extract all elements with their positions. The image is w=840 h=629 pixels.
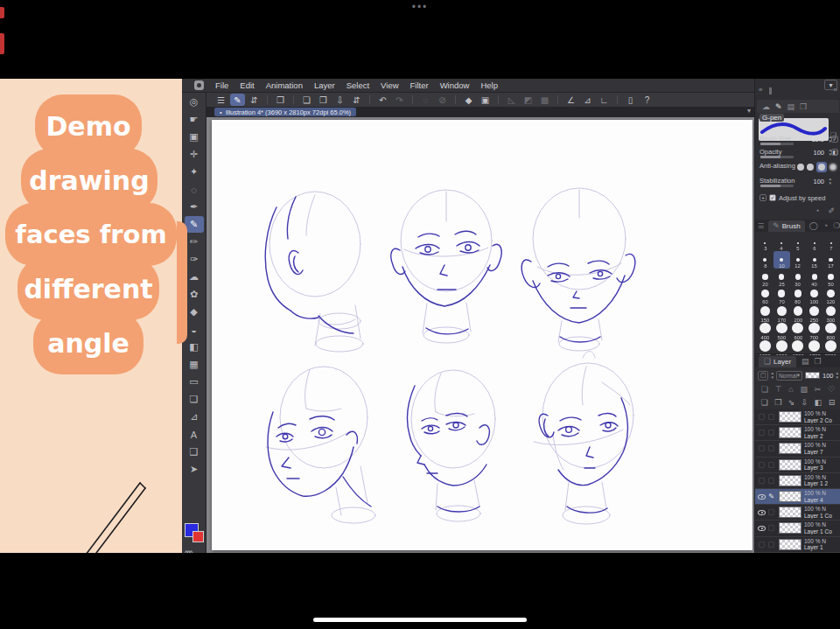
aa-strong[interactable] <box>830 164 836 171</box>
palette-stepper[interactable]: ▴▾ <box>771 371 774 380</box>
app-logo[interactable] <box>194 80 204 90</box>
menu-file[interactable]: File <box>215 80 228 90</box>
brush-size-5[interactable]: 5 <box>790 233 807 251</box>
tool-fill-bucket[interactable]: ◧ <box>185 339 204 355</box>
menu-view[interactable]: View <box>381 80 398 90</box>
workspace-button[interactable]: ❐ <box>273 94 288 106</box>
layer-row[interactable]: 100 % NLayer 1 Co <box>755 521 840 536</box>
layer-opacity-stepper[interactable]: ▴▾ <box>836 371 838 380</box>
drawing-page[interactable] <box>212 120 752 550</box>
menu-help[interactable]: Help <box>480 80 498 90</box>
visibility-slot[interactable] <box>757 475 766 486</box>
aa-none[interactable] <box>797 164 804 171</box>
brush-size-6[interactable]: 6 <box>806 233 822 251</box>
tool-frame-border[interactable]: ❏ <box>185 391 204 408</box>
menu-edit[interactable]: Edit <box>240 80 254 90</box>
brush-size-10[interactable]: 10 <box>774 251 790 269</box>
device-button[interactable]: ▯ <box>623 94 638 106</box>
transfer-icon[interactable]: ⇘ <box>788 398 795 407</box>
tool-text[interactable]: A <box>185 426 204 443</box>
deselect-button[interactable]: ⊘ <box>435 94 450 106</box>
home-indicator[interactable] <box>313 618 527 622</box>
stabilization-stepper[interactable]: ▴▾ <box>829 177 831 185</box>
save-button[interactable]: ⇩ <box>332 94 347 106</box>
visibility-eye-icon[interactable] <box>757 492 766 502</box>
brush-size-60[interactable]: 60 <box>757 287 774 305</box>
tool-eyedropper[interactable]: ✒ <box>185 199 204 215</box>
stabilization-slider[interactable] <box>760 185 794 187</box>
lock-icon[interactable]: ⌂ <box>788 385 793 394</box>
brush-size-15[interactable]: 15 <box>806 251 822 269</box>
snap-ruler-1-button[interactable]: ∠ <box>564 94 578 106</box>
brush-size-200[interactable]: 200 <box>790 304 807 323</box>
editing-slot[interactable] <box>766 412 776 423</box>
layer-row[interactable]: 100 % NLayer 3 <box>755 458 840 473</box>
layer-thumbnail[interactable] <box>779 522 802 534</box>
new-folder-icon[interactable]: ❒ <box>774 398 781 407</box>
brush-size-20[interactable]: 20 <box>757 269 774 287</box>
layer-row[interactable]: 100 % NLayer 7 <box>755 441 840 457</box>
cloud-tab[interactable]: ☁ <box>762 102 770 111</box>
redo-button[interactable]: ↷ <box>392 94 407 106</box>
window-tab[interactable]: ❐ <box>800 102 807 111</box>
visibility-eye-icon[interactable] <box>757 507 766 518</box>
layer-row[interactable]: 100 % NLayer 1 <box>755 537 840 553</box>
layer-row[interactable]: 100 % NLayer 2 <box>755 425 840 441</box>
editing-slot[interactable] <box>766 459 776 470</box>
snap-ruler-2-button[interactable]: ⊿ <box>580 94 595 106</box>
menu-select[interactable]: Select <box>346 80 369 90</box>
ruler-icon[interactable]: ⊤ <box>775 385 782 394</box>
brush-size-120[interactable]: 120 <box>822 287 839 305</box>
main-menu-button[interactable]: ☰ <box>214 94 228 106</box>
canvas-area[interactable] <box>206 117 754 553</box>
aa-medium-selected[interactable] <box>816 162 827 172</box>
brush-size-800[interactable]: 800 <box>822 323 839 341</box>
panel-collapse-button[interactable]: ▾ <box>824 80 837 90</box>
background-color-swatch[interactable] <box>192 531 204 542</box>
blend-mode-select[interactable]: Normal ▾ <box>776 371 802 381</box>
layer-thumbnail[interactable] <box>779 443 802 454</box>
brush-size-7[interactable]: 7 <box>822 233 839 251</box>
brush-size-170[interactable]: 170 <box>774 304 790 323</box>
brush-size-50[interactable]: 50 <box>822 269 839 287</box>
opacity-value[interactable]: 100 <box>813 149 824 157</box>
layer-thumbnail[interactable] <box>779 507 802 518</box>
layer-opacity-slider[interactable] <box>805 372 820 379</box>
timelapse-icon[interactable]: ◔ <box>815 206 819 215</box>
menu-window[interactable]: Window <box>440 80 470 90</box>
tool-ruler[interactable]: ⊿ <box>185 409 204 425</box>
mask-icon[interactable]: ✂ <box>815 385 822 394</box>
snap-ruler-3-button[interactable]: ∟ <box>597 94 612 106</box>
layer-palette-combo[interactable]: ▢ <box>758 371 768 381</box>
layer-thumbnail[interactable] <box>779 411 802 423</box>
brush-size-400[interactable]: 400 <box>757 323 774 341</box>
brush-size-300[interactable]: 300 <box>822 304 839 323</box>
fill-rect-button[interactable]: ▩ <box>537 94 552 106</box>
brush-size-17[interactable]: 17 <box>822 251 839 269</box>
tool-hand[interactable]: ☛ <box>185 111 204 128</box>
layer-row[interactable]: 100 % NLayer 1 2 <box>755 473 840 489</box>
brush-size-8[interactable]: 8 <box>757 251 774 269</box>
new-canvas-button[interactable]: ❏ <box>299 94 314 106</box>
current-tool-pen-button[interactable]: ✎ <box>230 94 245 106</box>
layer-mask-icon[interactable]: ◧ <box>815 398 822 407</box>
brush-size-80[interactable]: 80 <box>790 287 807 305</box>
layer-thumbnail[interactable] <box>779 427 802 438</box>
panel-grip[interactable] <box>769 87 772 94</box>
ref-icon[interactable]: ♡ <box>828 385 835 394</box>
aa-weak[interactable] <box>807 164 814 171</box>
brush-size-250[interactable]: 250 <box>806 304 822 323</box>
tool-navigate[interactable]: ▣ <box>185 129 204 145</box>
help-button[interactable]: ? <box>640 94 654 106</box>
brush-size-700[interactable]: 700 <box>806 323 822 341</box>
layer-thumbnail[interactable] <box>779 539 802 550</box>
tool-cycle-button[interactable]: ⇵ <box>247 94 262 106</box>
menu-animation[interactable]: Animation <box>266 80 303 90</box>
merge-icon[interactable]: ⇩ <box>802 398 808 407</box>
brush-size-alt-tab-1[interactable]: ◯ <box>809 221 818 230</box>
layer-thumbnail[interactable] <box>779 491 802 502</box>
layer-alt-tab-2[interactable]: ❐ <box>815 357 822 366</box>
tool-lasso[interactable]: ◌ <box>185 181 204 198</box>
visibility-eye-icon[interactable] <box>757 523 766 534</box>
lock-alpha-icon[interactable]: ▨ <box>800 385 808 394</box>
